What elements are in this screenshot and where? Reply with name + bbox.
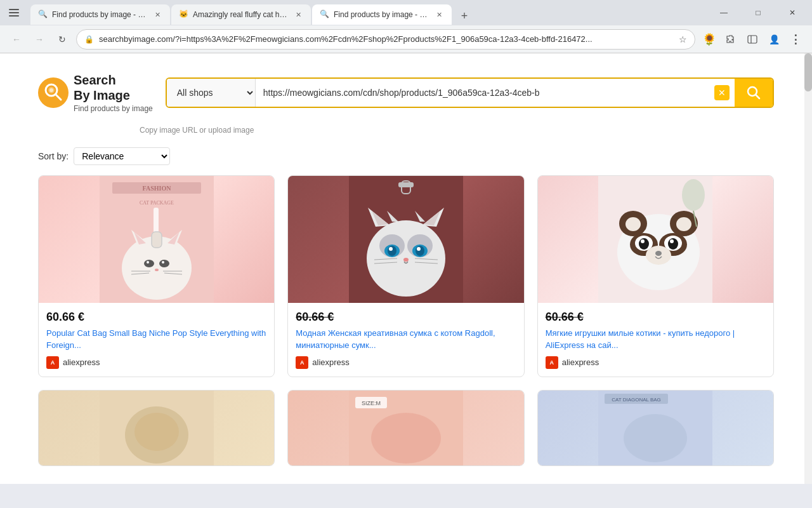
scrollbar-thumb[interactable] [804,53,812,91]
new-tab-button[interactable]: + [455,7,473,25]
tab1-title: Find products by image - searc [52,10,148,19]
svg-text:CAT PACKAGE: CAT PACKAGE [140,200,174,206]
sidebar-toggle-button[interactable] [743,30,761,48]
svg-point-64 [641,239,645,243]
logo-text: Search By Image Find products by image [74,72,153,113]
product-card-6[interactable]: CAT DIAGONAL BAG [537,390,774,466]
sort-bar: Sort by: Relevance Price: Low to High Pr… [38,135,774,175]
svg-point-72 [134,413,179,451]
bottom-product-2-illustration: SIZE:M [349,391,463,466]
minimize-icon: — [720,8,728,17]
tab3-title: Find products by image - searc [334,10,430,19]
page-inner: Search By Image Find products by image A… [0,53,812,479]
logo-by-image-text: By Image [74,88,153,103]
profile-button[interactable]: 👤 [765,30,783,48]
hamburger-line-1 [9,9,19,10]
svg-point-6 [49,88,53,92]
minimize-button[interactable]: — [709,3,738,23]
product-card-1[interactable]: FASHION CAT PACKAGE [38,175,275,377]
address-bar[interactable]: 🔒 searchbyimage.com/?i=https%3A%2F%2Fmeo… [76,29,695,50]
forward-icon: → [35,34,44,44]
lock-icon: 🔒 [84,35,94,44]
forward-button[interactable]: → [30,30,48,48]
product-card-4[interactable] [38,390,275,466]
product-image-6: CAT DIAGONAL BAG [538,391,773,466]
sort-select[interactable]: Relevance Price: Low to High Price: High… [74,147,170,165]
shop-select[interactable]: All shops Amazon eBay AliExpress Etsy [167,79,256,107]
product-card-2[interactable]: 60.66 € Модная Женская креативная сумка … [287,175,524,377]
search-button-icon [747,86,761,100]
window-controls: — □ ✕ [709,3,807,23]
tab2-favicon: 🐱 [179,10,189,20]
product-info-1: 60.66 € Popular Cat Bag Small Bag Niche … [39,303,274,376]
site-header: Search By Image Find products by image A… [38,66,774,123]
cat-toy-illustration [598,176,712,303]
aliexpress-logo-2: A [296,356,308,369]
address-text: searchbyimage.com/?i=https%3A%2F%2Fmeowg… [99,34,674,44]
sort-by-label: Sort by: [38,151,69,161]
scrollbar[interactable] [804,53,812,484]
product-title-3: Мягкие игрушки милые котики - купить нед… [546,328,766,351]
product-image-5: SIZE:M [288,391,523,466]
sidebar-icon [747,34,757,44]
reload-button[interactable]: ↻ [53,30,71,48]
extension-icon[interactable]: 🌻 [700,30,718,48]
cat-bag-pink-illustration: FASHION CAT PACKAGE [100,176,214,303]
cat-bag-dark-illustration [349,176,463,303]
svg-rect-0 [748,36,757,43]
browser-chrome: 🔍 Find products by image - searc ✕ 🐱 Ama… [0,0,812,53]
tab1-favicon: 🔍 [38,10,48,20]
product-price-1: 60.66 € [46,311,266,324]
browser-tab-3[interactable]: 🔍 Find products by image - searc ✕ [312,4,452,25]
product-shop-1: A aliexpress [46,356,266,369]
svg-point-80 [624,414,687,462]
svg-point-18 [162,261,164,264]
title-bar: 🔍 Find products by image - searc ✕ 🐱 Ama… [0,0,812,25]
logo-search-text: Search [74,72,153,88]
svg-point-63 [668,238,678,250]
svg-point-56 [625,217,641,231]
maximize-button[interactable]: □ [743,3,773,23]
product-image-2 [288,176,523,303]
svg-point-43 [389,247,393,251]
hamburger-line-2 [9,12,19,13]
url-input[interactable] [256,79,735,107]
product-card-3[interactable]: 60.66 € Мягкие игрушки милые котики - ку… [537,175,774,377]
browser-menu-button[interactable] [5,4,23,22]
svg-text:SIZE:M: SIZE:M [362,400,381,406]
product-price-2: 60.66 € [296,311,516,324]
search-button[interactable] [735,79,773,107]
product-image-3 [538,176,773,303]
product-card-5[interactable]: SIZE:M [287,390,524,466]
browser-tab-1[interactable]: 🔍 Find products by image - searc ✕ [30,4,170,25]
product-image-4 [39,391,274,466]
back-button[interactable]: ← [8,30,25,48]
extensions-button[interactable] [722,30,740,48]
product-title-2: Модная Женская креативная сумка с котом … [296,328,516,351]
close-window-button[interactable]: ✕ [778,3,807,23]
page-content: Search By Image Find products by image A… [0,53,812,484]
svg-point-45 [403,258,409,262]
tab3-close-button[interactable]: ✕ [434,10,444,20]
aliexpress-logo-1: A [46,356,59,369]
url-clear-button[interactable]: ✕ [714,85,730,100]
svg-text:CAT DIAGONAL BAG: CAT DIAGONAL BAG [612,397,662,403]
navigation-bar: ← → ↻ 🔒 searchbyimage.com/?i=https%3A%2F… [0,25,812,53]
url-input-wrapper: ✕ [256,79,735,107]
svg-text:FASHION: FASHION [142,185,171,192]
browser-more-button[interactable]: ⋮ [787,30,804,48]
product-shop-3: A aliexpress [546,356,766,369]
bookmark-star-icon[interactable]: ☆ [679,34,687,44]
svg-rect-28 [152,232,162,248]
site-logo[interactable]: Search By Image Find products by image [38,72,153,113]
search-bar: All shops Amazon eBay AliExpress Etsy ✕ [166,77,774,108]
tab2-title: Amazingly real fluffy cat handb [193,10,289,19]
tab1-close-button[interactable]: ✕ [152,10,162,20]
svg-point-16 [159,260,169,267]
shop-name-3: aliexpress [562,358,599,367]
tab2-close-button[interactable]: ✕ [293,10,303,20]
svg-point-19 [155,269,159,271]
svg-point-65 [670,239,674,243]
svg-point-17 [147,261,149,264]
browser-tab-2[interactable]: 🐱 Amazingly real fluffy cat handb ✕ [171,4,311,25]
